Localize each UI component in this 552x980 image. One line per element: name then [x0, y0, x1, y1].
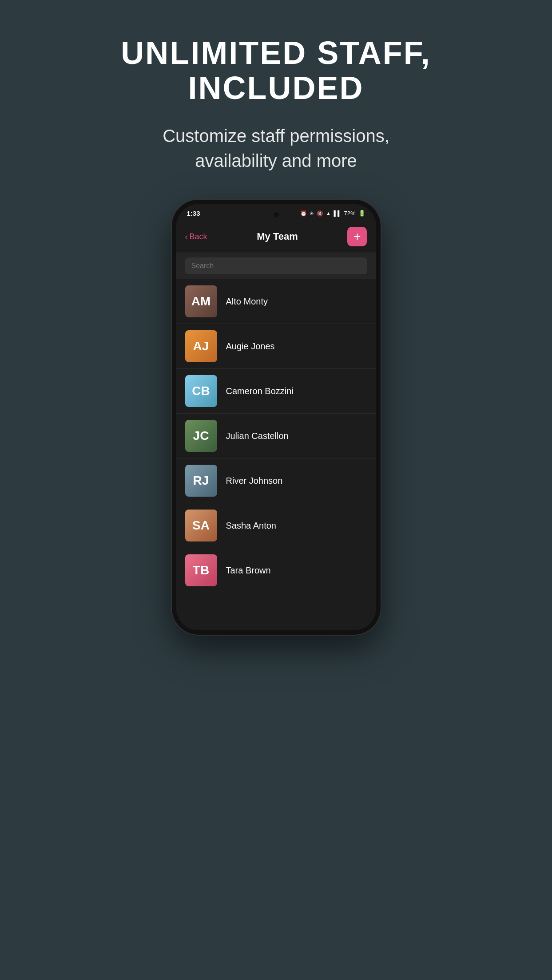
team-member-row[interactable]: AMAlto Monty — [176, 279, 376, 324]
plus-icon: + — [353, 229, 361, 244]
member-avatar: AM — [185, 285, 217, 317]
back-label: Back — [190, 232, 207, 241]
battery-icon: 🔋 — [358, 210, 365, 217]
search-input[interactable] — [185, 257, 367, 274]
subtitle: Customize staff permissions, availabilit… — [121, 123, 431, 173]
member-name: Sasha Anton — [226, 521, 276, 531]
member-avatar: CB — [185, 375, 217, 407]
status-time: 1:33 — [187, 209, 200, 217]
member-name: River Johnson — [226, 476, 283, 486]
team-member-row[interactable]: AJAugie Jones — [176, 324, 376, 369]
phone-mockup: 1:33 ⏰ ✳ 🔇 ▲ ▌▌ 72% 🔋 ‹ Back My Team + A… — [172, 200, 381, 635]
member-name: Augie Jones — [226, 341, 275, 352]
member-avatar: TB — [185, 554, 217, 586]
phone-notch — [274, 212, 279, 217]
member-name: Cameron Bozzini — [226, 386, 294, 396]
back-button[interactable]: ‹ Back — [185, 232, 207, 241]
nav-title: My Team — [257, 231, 298, 242]
member-name: Alto Monty — [226, 296, 268, 307]
member-avatar: AJ — [185, 330, 217, 362]
team-member-row[interactable]: SASasha Anton — [176, 503, 376, 548]
status-icons: ⏰ ✳ 🔇 ▲ ▌▌ 72% 🔋 — [300, 210, 365, 217]
member-avatar: SA — [185, 510, 217, 541]
team-member-row[interactable]: CBCameron Bozzini — [176, 369, 376, 414]
team-list: AMAlto MontyAJAugie JonesCBCameron Bozzi… — [176, 279, 376, 630]
member-name: Tara Brown — [226, 565, 271, 576]
signal-icon: ▌▌ — [334, 210, 341, 217]
nav-bar: ‹ Back My Team + — [176, 221, 376, 253]
main-title: UNLIMITED STAFF, INCLUDED — [121, 36, 431, 106]
header-section: UNLIMITED STAFF, INCLUDED Customize staf… — [76, 0, 476, 200]
battery-level: 72% — [344, 210, 355, 217]
back-chevron-icon: ‹ — [185, 232, 188, 241]
bluetooth-icon: ✳ — [310, 210, 314, 217]
search-bar — [176, 253, 376, 279]
member-avatar: JC — [185, 420, 217, 452]
add-member-button[interactable]: + — [347, 227, 367, 246]
sound-icon: 🔇 — [317, 210, 323, 217]
alarm-icon: ⏰ — [300, 210, 307, 217]
member-name: Julian Castellon — [226, 431, 289, 441]
team-member-row[interactable]: RJRiver Johnson — [176, 458, 376, 503]
team-member-row[interactable]: TBTara Brown — [176, 548, 376, 593]
member-avatar: RJ — [185, 465, 217, 497]
team-member-row[interactable]: JCJulian Castellon — [176, 414, 376, 458]
wifi-icon: ▲ — [326, 210, 331, 217]
